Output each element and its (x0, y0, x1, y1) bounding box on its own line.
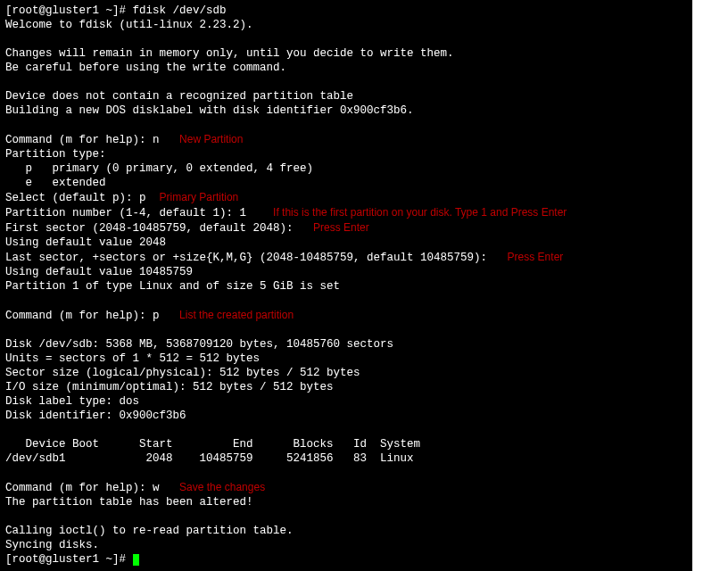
line-partition-set: Partition 1 of type Linux and of size 5 … (5, 279, 687, 294)
last-sector-prompt: Last sector, +sectors or +size{K,M,G} (2… (5, 252, 494, 264)
cursor-block (133, 554, 139, 566)
line-first-sector: First sector (2048-10485759, default 204… (5, 220, 687, 236)
blank-line (5, 32, 687, 46)
line-disk-info-6: Disk identifier: 0x900cf3b6 (5, 409, 687, 423)
line-ptype-primary: p primary (0 primary, 0 extended, 4 free… (5, 161, 687, 176)
cmd-prompt: Command (m for help): (5, 134, 153, 146)
line-disk-info-4: I/O size (minimum/optimal): 512 bytes / … (5, 380, 687, 394)
line-table-altered: The partition table has been altered! (5, 495, 687, 509)
fdisk-command: fdisk /dev/sdb (133, 4, 227, 17)
line-using-default-1: Using default value 2048 (5, 236, 687, 250)
line-changes-1: Changes will remain in memory only, unti… (5, 46, 687, 61)
cmd-n-input: n (153, 134, 160, 146)
partition-table-header: Device Boot Start End Blocks Id System (5, 437, 687, 451)
blank-line (5, 118, 687, 132)
line-syncing-disks: Syncing disks. (5, 538, 687, 552)
first-sector-prompt: First sector (2048-10485759, default 204… (5, 222, 300, 235)
annotation-list-partition: List the created partition (179, 309, 294, 321)
line-dev-1: Device does not contain a recognized par… (5, 89, 687, 103)
line-select-p: Select (default p): p Primary Partition (5, 190, 687, 205)
line-disk-info-1: Disk /dev/sdb: 5368 MB, 5368709120 bytes… (5, 337, 687, 352)
line-welcome: Welcome to fdisk (util-linux 2.23.2). (5, 18, 687, 32)
cmd-prompt: Command (m for help): (5, 482, 153, 494)
line-changes-2: Be careful before using the write comman… (5, 61, 687, 75)
line-partition-type: Partition type: (5, 147, 687, 161)
blank-line (5, 466, 687, 480)
blank-line (5, 423, 687, 437)
line-dev-2: Building a new DOS disklabel with disk i… (5, 103, 687, 118)
cmd-w-input: w (153, 482, 160, 494)
annotation-primary-partition: Primary Partition (160, 191, 239, 203)
select-p-input: p (139, 192, 146, 204)
partition-table-row: /dev/sdb1 2048 10485759 5241856 83 Linux (5, 451, 687, 466)
line-cmd-w: Command (m for help): w Save the changes (5, 480, 687, 495)
blank-line (5, 75, 687, 89)
annotation-first-partition: If this is the first partition on your d… (273, 206, 567, 219)
blank-line (5, 509, 687, 524)
cmd-prompt: Command (m for help): (5, 310, 153, 322)
annotation-press-enter-2: Press Enter (508, 251, 564, 263)
blank-line (5, 294, 687, 308)
line-disk-info-2: Units = sectors of 1 * 512 = 512 bytes (5, 352, 687, 366)
line-prompt-2: [root@gluster1 ~]# (5, 552, 687, 567)
partnum-prompt: Partition number (1-4, default 1): (5, 207, 240, 219)
shell-prompt: [root@gluster1 ~]# (5, 553, 133, 566)
line-disk-info-5: Disk label type: dos (5, 394, 687, 409)
line-ptype-extended: e extended (5, 176, 687, 190)
line-cmd-p: Command (m for help): p List the created… (5, 308, 687, 323)
line-calling-ioctl: Calling ioctl() to re-read partition tab… (5, 524, 687, 538)
shell-prompt: [root@gluster1 ~]# (5, 4, 133, 17)
line-using-default-2: Using default value 10485759 (5, 265, 687, 279)
line-last-sector: Last sector, +sectors or +size{K,M,G} (2… (5, 250, 687, 265)
line-cmd-n: Command (m for help): n New Partition (5, 132, 687, 147)
terminal-window[interactable]: [root@gluster1 ~]# fdisk /dev/sdbWelcome… (0, 0, 692, 571)
annotation-save-changes: Save the changes (179, 481, 265, 493)
line-disk-info-3: Sector size (logical/physical): 512 byte… (5, 366, 687, 380)
blank-line (5, 323, 687, 337)
line-partition-number: Partition number (1-4, default 1): 1 If … (5, 205, 687, 220)
partnum-input: 1 (240, 207, 247, 219)
cmd-p-input: p (153, 310, 160, 322)
line-prompt-1: [root@gluster1 ~]# fdisk /dev/sdb (5, 4, 687, 18)
annotation-press-enter-1: Press Enter (313, 221, 369, 234)
annotation-new-partition: New Partition (179, 133, 243, 145)
select-prompt: Select (default p): (5, 192, 139, 204)
